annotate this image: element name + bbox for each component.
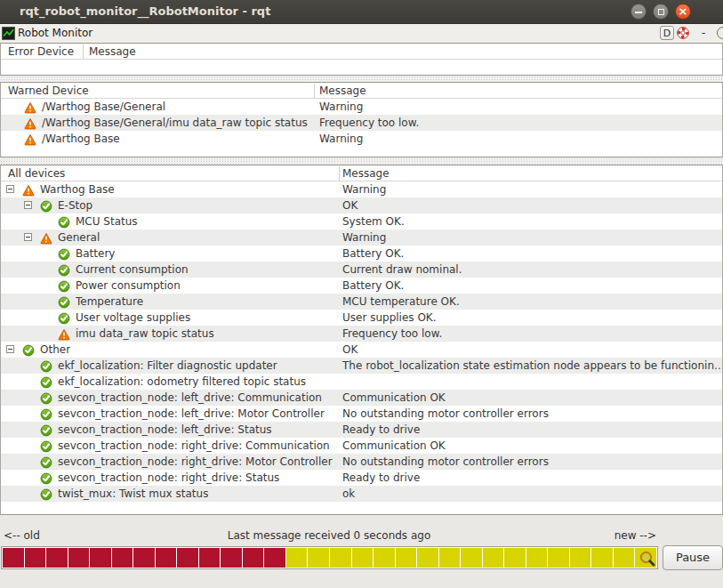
device-name: MCU Status — [76, 215, 138, 228]
tree-row[interactable]: imu data_raw topic statusFrequency too l… — [1, 326, 722, 342]
ok-icon — [58, 279, 70, 292]
pause-button[interactable]: Pause — [663, 545, 723, 570]
tree-row[interactable]: sevcon_traction_node: right_drive: Statu… — [1, 470, 722, 486]
timeline-bar[interactable] — [1, 546, 658, 569]
ok-icon — [58, 295, 70, 308]
dock-minimize-button[interactable]: - — [698, 26, 709, 39]
tree-header[interactable]: All devices Message — [1, 165, 722, 181]
collapse-expander-icon[interactable] — [24, 233, 32, 241]
window-maximize-button[interactable] — [653, 4, 669, 20]
tree-row[interactable]: MCU StatusSystem OK. — [1, 213, 722, 230]
device-message: MCU temperature OK. — [342, 295, 720, 308]
tree-row[interactable]: ekf_localization: Filter diagnostic upda… — [1, 358, 722, 374]
timeline-cell[interactable] — [330, 548, 351, 568]
tree-row[interactable]: Warthog BaseWarning — [1, 181, 722, 197]
warned-table-header[interactable]: Warned Device Message — [1, 83, 722, 99]
tree-row[interactable]: OtherOK — [1, 342, 722, 358]
device-name: Temperature — [76, 295, 143, 308]
timeline-cell[interactable] — [396, 548, 417, 568]
timeline-cell[interactable] — [68, 548, 90, 568]
timeline-cell[interactable] — [570, 548, 591, 568]
dock-d-button[interactable]: D — [660, 26, 674, 40]
timeline-cell[interactable] — [417, 548, 438, 568]
timeline-cell[interactable] — [308, 548, 329, 568]
collapse-expander-icon[interactable] — [6, 345, 14, 353]
timeline-cell[interactable] — [46, 548, 68, 568]
tree-row[interactable]: sevcon_traction_node: right_drive: Motor… — [1, 454, 722, 470]
column-divider[interactable] — [83, 44, 84, 59]
timeline-cell[interactable] — [439, 548, 461, 568]
ok-icon — [58, 215, 70, 228]
tree-row[interactable]: E-StopOK — [1, 197, 722, 213]
collapse-expander-icon[interactable] — [6, 185, 14, 193]
error-table-header[interactable]: Error Device Message — [1, 44, 722, 60]
timeline-cell[interactable] — [374, 548, 395, 568]
all-devices-column-header[interactable]: All devices — [8, 167, 65, 180]
timeline-cell[interactable] — [548, 548, 569, 568]
timeline-cell[interactable] — [352, 548, 374, 568]
device-name: Warthog Base — [40, 183, 115, 196]
device-message: System OK. — [342, 215, 720, 228]
tree-row[interactable]: twist_mux: Twist mux statusok — [1, 486, 722, 502]
tree-row[interactable]: sevcon_traction_node: left_drive: Motor … — [1, 406, 722, 422]
warned-device-message: Frequency too low. — [319, 117, 720, 129]
dock-close-button[interactable] — [717, 27, 723, 39]
close-icon: × — [676, 4, 690, 19]
ok-icon — [40, 359, 52, 372]
timeline-cell[interactable] — [25, 548, 46, 568]
magnifier-icon[interactable] — [639, 550, 656, 568]
timeline-cell[interactable] — [614, 548, 635, 568]
timeline-cell[interactable] — [90, 548, 111, 568]
tree-row[interactable]: User voltage suppliesUser supplies OK. — [1, 310, 722, 326]
error-devices-table: Error Device Message — [0, 43, 723, 76]
tree-row[interactable]: Current consumptionCurrent draw nominal. — [1, 262, 722, 278]
splitter-handle[interactable] — [0, 157, 723, 165]
tree-row[interactable]: sevcon_traction_node: left_drive: Commun… — [1, 390, 722, 406]
timeline-cell[interactable] — [264, 548, 285, 568]
timeline-cell[interactable] — [504, 548, 526, 568]
tree-row[interactable]: GeneralWarning — [1, 230, 722, 246]
timeline-cell[interactable] — [221, 548, 242, 568]
timeline-cell[interactable] — [133, 548, 155, 568]
timeline-cell[interactable] — [177, 548, 198, 568]
device-name: ekf_localization: odometry filtered topi… — [58, 375, 306, 388]
error-message-column-header[interactable]: Message — [89, 45, 136, 58]
window-close-button[interactable]: × — [675, 4, 691, 20]
error-device-column-header[interactable]: Error Device — [8, 45, 74, 58]
collapse-expander-icon[interactable] — [24, 201, 32, 209]
warning-icon — [24, 101, 36, 113]
warned-table-row[interactable]: /Warthog Base/GeneralWarning — [1, 99, 722, 115]
tree-row[interactable]: sevcon_traction_node: right_drive: Commu… — [1, 438, 722, 454]
device-name: Other — [40, 343, 70, 356]
timeline-cell[interactable] — [461, 548, 482, 568]
timeline-cell[interactable] — [483, 548, 504, 568]
column-divider[interactable] — [314, 84, 315, 98]
warning-icon — [24, 117, 36, 129]
tree-message-column-header[interactable]: Message — [342, 167, 390, 180]
robot-monitor-plugin-icon — [2, 27, 15, 44]
tree-row[interactable]: Power consumptionBattery OK. — [1, 278, 722, 294]
reload-plugin-icon[interactable] — [676, 26, 690, 44]
title-bar[interactable]: rqt_robot_monitor__RobotMonitor - rqt × — [0, 0, 723, 24]
timeline-cell[interactable] — [286, 548, 308, 568]
timeline-cell[interactable] — [526, 548, 548, 568]
ok-icon — [58, 263, 70, 276]
device-name: imu data_raw topic status — [76, 327, 214, 340]
warned-table-row[interactable]: /Warthog BaseWarning — [1, 131, 722, 147]
tree-row[interactable]: TemperatureMCU temperature OK. — [1, 294, 722, 310]
timeline-cell[interactable] — [591, 548, 613, 568]
timeline-cell[interactable] — [112, 548, 133, 568]
timeline-cell[interactable] — [243, 548, 264, 568]
timeline-cell[interactable] — [156, 548, 177, 568]
column-divider[interactable] — [339, 166, 340, 181]
warned-table-row[interactable]: /Warthog Base/General/imu data_raw topic… — [1, 115, 722, 131]
tree-row[interactable]: ekf_localization: odometry filtered topi… — [1, 374, 722, 390]
timeline-cell[interactable] — [199, 548, 221, 568]
warned-message-column-header[interactable]: Message — [319, 85, 366, 97]
window-minimize-button[interactable] — [631, 4, 647, 20]
tree-row[interactable]: sevcon_traction_node: left_drive: Status… — [1, 422, 722, 438]
tree-row[interactable]: BatteryBattery OK. — [1, 246, 722, 262]
splitter-handle[interactable] — [0, 76, 723, 82]
warned-device-column-header[interactable]: Warned Device — [8, 85, 89, 97]
timeline-cell[interactable] — [3, 548, 24, 568]
